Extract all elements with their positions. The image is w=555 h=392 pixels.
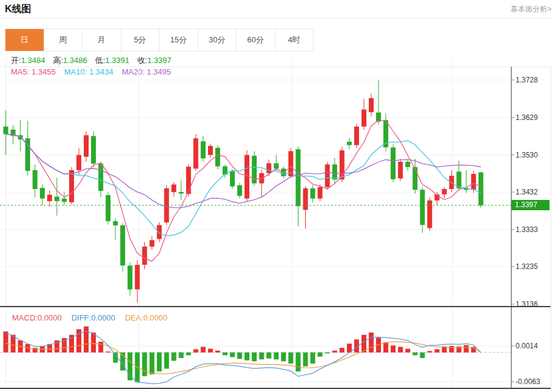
- kline-widget: K线图 基本面分析> 日 周 月 5分 15分 30分 60分 4时 开:1.3…: [0, 0, 555, 392]
- macd-bar: [150, 353, 155, 374]
- macd-bar: [391, 345, 395, 353]
- candle-body: [186, 167, 191, 194]
- macd-bar: [383, 342, 388, 353]
- candle-body: [340, 150, 345, 179]
- macd-bar: [281, 353, 286, 362]
- main-chart-plot[interactable]: [0, 0, 555, 392]
- candle-body: [76, 155, 81, 170]
- candle-body: [127, 265, 132, 289]
- candle-body: [311, 188, 315, 199]
- macd-bar: [252, 353, 257, 362]
- candle-body: [347, 142, 352, 145]
- candle-body: [106, 195, 110, 221]
- candle-body: [332, 164, 337, 179]
- candle-body: [296, 149, 301, 206]
- price-axis-label: 1.3432: [516, 187, 538, 197]
- candle-body: [193, 138, 198, 168]
- price-axis-label: 1.3333: [516, 225, 538, 234]
- candle-body: [215, 148, 220, 167]
- macd-bar: [435, 349, 440, 352]
- candle-body: [142, 247, 147, 265]
- candle-body: [91, 136, 96, 164]
- macd-bar: [164, 353, 169, 369]
- macd-bar: [369, 333, 374, 353]
- macd-bar: [427, 351, 432, 352]
- candle-body: [405, 162, 410, 167]
- candle-body: [55, 197, 59, 202]
- macd-bar: [318, 353, 323, 357]
- macd-bar: [193, 349, 198, 352]
- candle-body: [412, 167, 417, 190]
- ma10-line: [6, 134, 481, 236]
- candle-body: [69, 170, 74, 202]
- macd-bar: [215, 351, 220, 353]
- candles[interactable]: [4, 80, 483, 303]
- ma20-line: [6, 134, 481, 208]
- candle-body: [172, 185, 177, 193]
- macd-bar: [274, 353, 278, 360]
- candle-body: [84, 135, 89, 157]
- candle-body: [442, 189, 447, 194]
- candle-body: [449, 176, 454, 189]
- macd-bar: [325, 353, 330, 354]
- candle-body: [325, 164, 330, 187]
- macd-histogram: [4, 327, 476, 382]
- candle-body: [98, 164, 103, 191]
- candle-body: [398, 162, 403, 179]
- macd-bar: [237, 353, 242, 359]
- macd-bar: [201, 347, 206, 353]
- macd-bar: [91, 333, 96, 353]
- candle-body: [362, 110, 366, 127]
- macd-bar: [288, 353, 293, 364]
- price-axis-label: 1.3530: [516, 150, 538, 160]
- macd-bar: [266, 353, 271, 359]
- macd-bar: [332, 351, 337, 353]
- macd-bar: [84, 327, 89, 353]
- candle-body: [135, 265, 140, 290]
- macd-bar: [244, 353, 249, 360]
- macd-bar: [98, 342, 103, 353]
- candle-body: [208, 146, 213, 155]
- macd-bar: [405, 349, 410, 353]
- macd-bar: [4, 331, 8, 353]
- candle-body: [40, 188, 45, 199]
- last-price-tag: 1.3397: [511, 200, 550, 210]
- candle-body: [33, 170, 38, 189]
- macd-bar: [412, 353, 417, 356]
- candle-body: [201, 141, 206, 158]
- macd-bar: [259, 353, 264, 360]
- candle-body: [318, 187, 323, 199]
- macd-bar: [186, 353, 191, 356]
- price-axis-label: 1.3728: [516, 75, 538, 85]
- macd-bar: [340, 348, 345, 353]
- candle-body: [157, 225, 162, 239]
- candle-body: [471, 174, 476, 190]
- macd-axis-label: -0.0063: [516, 377, 540, 387]
- candle-body: [354, 127, 359, 145]
- candle-body: [369, 98, 374, 112]
- macd-axis-label: 0.0014: [516, 341, 538, 351]
- candle-body: [179, 192, 184, 194]
- price-axis-label: 1.3235: [516, 262, 538, 271]
- candle-body: [274, 164, 278, 169]
- macd-bar: [449, 346, 454, 353]
- candle-body: [150, 240, 155, 247]
- candle-body: [266, 164, 271, 173]
- macd-bar: [172, 353, 177, 361]
- candle-body: [230, 171, 235, 187]
- macd-bar: [303, 353, 308, 367]
- candle-body: [479, 173, 483, 205]
- candle-body: [420, 190, 425, 225]
- macd-bar: [142, 353, 147, 376]
- price-axis-label: 1.3629: [516, 113, 538, 122]
- macd-bar: [311, 353, 315, 364]
- candle-body: [427, 201, 432, 228]
- candle-body: [62, 199, 67, 202]
- macd-bar: [179, 353, 184, 358]
- candle-body: [120, 225, 125, 265]
- macd-bar: [76, 329, 81, 352]
- candle-body: [259, 173, 264, 184]
- macd-bar: [398, 347, 403, 353]
- price-axis-label: 1.3136: [516, 299, 538, 309]
- candle-body: [47, 194, 52, 201]
